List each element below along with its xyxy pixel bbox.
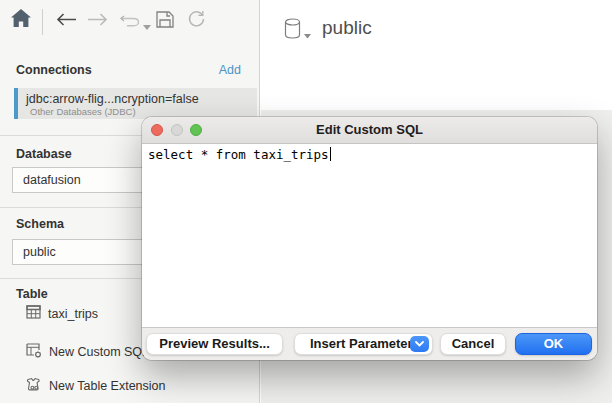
redo-icon[interactable] — [116, 13, 140, 31]
save-icon[interactable] — [156, 11, 174, 32]
schema-label: Schema — [16, 217, 64, 231]
sql-text: select * from taxi_trips — [148, 147, 329, 162]
text-cursor — [330, 147, 331, 161]
new-table-extension-label: New Table Extension — [49, 379, 166, 393]
refresh-icon[interactable] — [187, 10, 206, 32]
schema-value: public — [23, 245, 56, 259]
connections-heading: Connections — [16, 63, 92, 77]
forward-arrow-icon[interactable] — [87, 12, 108, 30]
datasource-title: public — [322, 17, 372, 39]
edit-custom-sql-dialog: Edit Custom SQL select * from taxi_trips… — [142, 117, 597, 360]
new-custom-sql-item[interactable]: New Custom SQL — [26, 343, 149, 361]
app-window: Connections Add jdbc:arrow-flig...ncrypt… — [0, 0, 612, 403]
sql-editor-input[interactable]: select * from taxi_trips — [142, 144, 597, 328]
new-custom-sql-label: New Custom SQL — [49, 345, 149, 359]
table-grid-icon — [26, 305, 41, 322]
home-icon[interactable] — [11, 9, 31, 31]
insert-parameter-button[interactable]: Insert Parameter — [294, 333, 433, 355]
ok-button[interactable]: OK — [515, 333, 592, 355]
table-item-label: taxi_trips — [48, 307, 98, 321]
table-extension-icon — [26, 377, 42, 395]
custom-sql-icon — [26, 343, 42, 361]
insert-parameter-label: Insert Parameter — [310, 336, 413, 351]
cancel-button[interactable]: Cancel — [440, 333, 506, 355]
connection-type: Other Databases (JDBC) — [30, 106, 136, 117]
connection-item[interactable]: jdbc:arrow-flig...ncryption=false Other … — [14, 88, 257, 119]
dialog-title: Edit Custom SQL — [142, 117, 597, 143]
table-label: Table — [16, 287, 48, 301]
dialog-footer: Preview Results... Insert Parameter Canc… — [142, 327, 597, 360]
redo-caret-icon[interactable] — [143, 17, 151, 35]
zoom-window-icon[interactable] — [190, 124, 202, 136]
connection-selected-bar — [14, 88, 18, 119]
database-value: datafusion — [23, 173, 81, 187]
caret-down-icon[interactable] — [304, 25, 311, 43]
toolbar-divider — [42, 9, 43, 35]
database-label: Database — [16, 147, 72, 161]
table-item-taxi-trips[interactable]: taxi_trips — [26, 305, 98, 322]
add-connection-link[interactable]: Add — [219, 63, 241, 77]
connection-name: jdbc:arrow-flig...ncryption=false — [26, 92, 199, 106]
minimize-window-icon[interactable] — [171, 124, 183, 136]
new-table-extension-item[interactable]: New Table Extension — [26, 377, 166, 395]
database-cylinder-icon[interactable] — [284, 18, 301, 43]
dialog-titlebar[interactable]: Edit Custom SQL — [142, 117, 597, 144]
back-arrow-icon[interactable] — [56, 12, 77, 30]
close-window-icon[interactable] — [151, 124, 163, 136]
preview-results-button[interactable]: Preview Results... — [146, 333, 283, 355]
insert-parameter-dropdown[interactable] — [410, 336, 429, 352]
